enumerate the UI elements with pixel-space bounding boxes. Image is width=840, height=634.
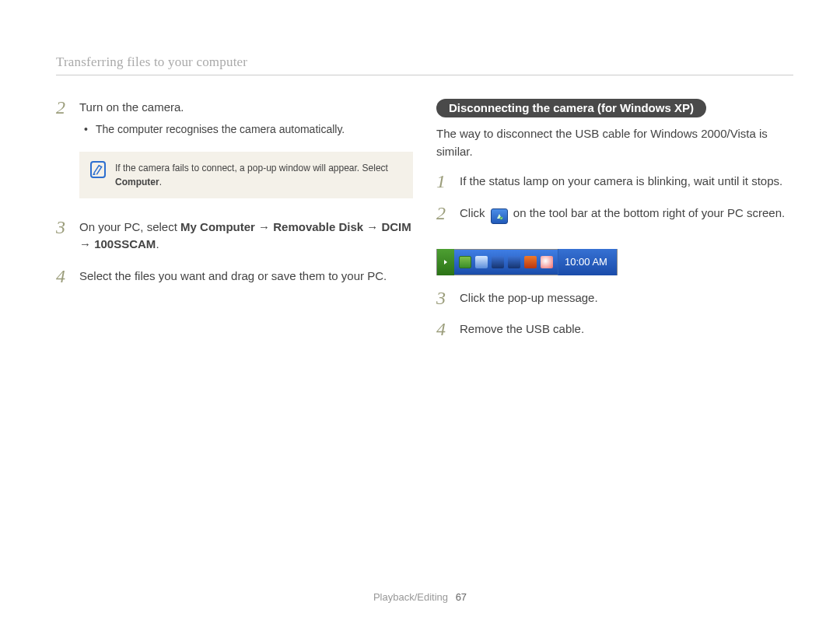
step-number: 1 <box>436 173 450 191</box>
svg-point-0 <box>499 216 502 219</box>
step-number: 4 <box>56 268 70 285</box>
step-text: Click the pop-up message. <box>460 289 793 307</box>
shield-icon <box>475 256 488 268</box>
page-number: 67 <box>456 591 467 603</box>
step-bullet: The computer recognises the camera autom… <box>84 121 413 138</box>
right-column: Disconnecting the camera (for Windows XP… <box>436 99 793 352</box>
display-icon <box>508 256 520 268</box>
network-icon <box>492 256 504 268</box>
step-text-pre: Click <box>460 206 488 219</box>
step-text: Turn on the camera. <box>79 99 413 117</box>
step-number: 3 <box>56 219 70 254</box>
safely-remove-hardware-icon <box>459 256 471 268</box>
system-tray <box>454 256 558 268</box>
start-button-icon <box>437 249 454 275</box>
note-box: If the camera fails to connect, a pop-up… <box>79 152 413 198</box>
windows-taskbar: 10:00 AM <box>436 249 618 275</box>
intro-text: The way to disconnect the USB cable for … <box>436 125 793 160</box>
step-text: If the status lamp on your camera is bli… <box>460 173 793 191</box>
safely-remove-hardware-icon <box>491 208 508 224</box>
step-text-post: on the tool bar at the bottom right of y… <box>513 206 785 219</box>
volume-icon <box>524 256 537 268</box>
page-footer: Playback/Editing 67 <box>0 591 840 603</box>
left-column: 2 Turn on the camera. The computer recog… <box>56 99 413 352</box>
step-text: Remove the USB cable. <box>460 321 793 338</box>
section-title: Transferring files to your computer <box>56 54 793 75</box>
step-number: 2 <box>436 205 450 224</box>
note-text: If the camera fails to connect, a pop-up… <box>115 161 402 189</box>
step-text: On your PC, select <box>79 220 180 233</box>
section-badge: Disconnecting the camera (for Windows XP… <box>436 99 706 117</box>
note-icon <box>90 161 106 178</box>
step-number: 3 <box>436 289 450 307</box>
app-icon <box>541 256 553 268</box>
step-text: Select the files you want and drag or sa… <box>79 268 413 285</box>
footer-section: Playback/Editing <box>373 591 448 603</box>
step-number: 2 <box>56 99 70 138</box>
step-number: 4 <box>436 321 450 338</box>
taskbar-clock: 10:00 AM <box>558 249 617 275</box>
